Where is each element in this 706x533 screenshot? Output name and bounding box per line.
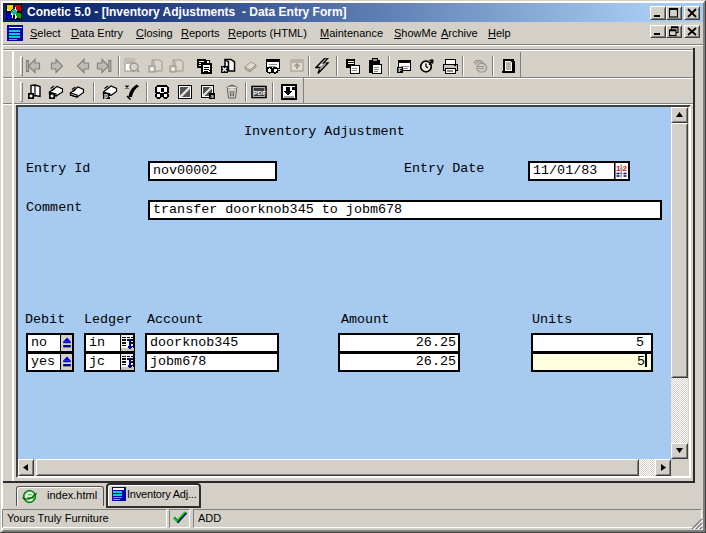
svg-text:F: F	[398, 67, 402, 73]
svg-text:p-: p-	[104, 93, 112, 100]
svg-text:1: 1	[616, 164, 621, 173]
svg-text:2: 2	[623, 164, 628, 173]
svg-text:PDF: PDF	[254, 90, 266, 96]
